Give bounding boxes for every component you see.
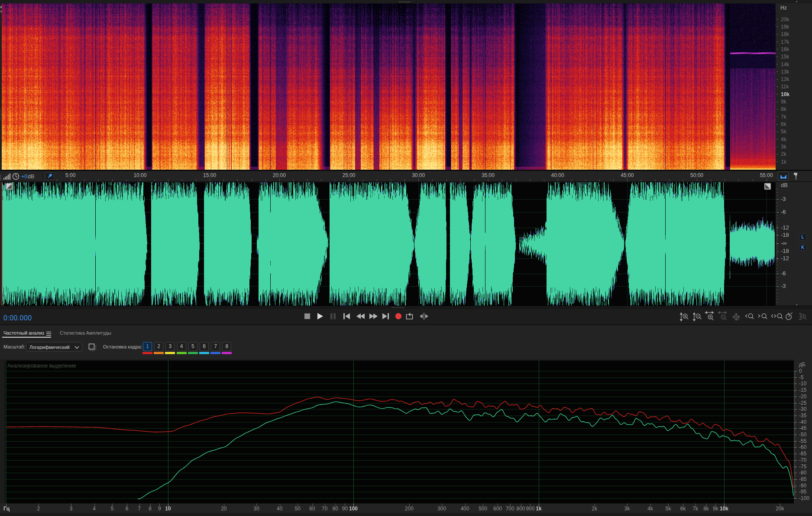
- svg-text:dB: dB: [28, 174, 34, 180]
- svg-text:+0: +0: [21, 174, 27, 180]
